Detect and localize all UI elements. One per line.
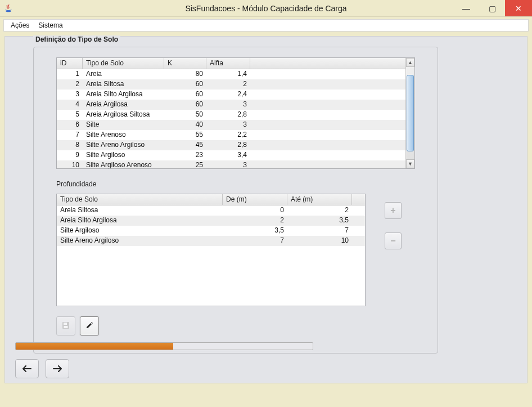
table-row[interactable]: 5 Areia Argilosa Siltosa 50 2,8 [57,110,405,120]
table-header: Tipo de Solo De (m) Até (m) [57,194,365,205]
minus-icon: − [390,236,395,246]
table-row[interactable]: Silte Areno Argiloso 7 10 [57,236,365,246]
cell-ate: 3,5 [287,216,352,226]
cell-k: 40 [164,120,206,130]
remove-row-button[interactable]: − [385,232,402,249]
cell-k: 60 [164,100,206,110]
title-left [3,3,18,14]
soil-types-table: iD Tipo de Solo K Alfta 1 Areia 80 1,4 2… [56,57,415,169]
window-controls: — ▢ ✕ [453,0,532,16]
col-ate[interactable]: Até (m) [287,194,352,205]
cell-alfa: 2,8 [206,110,250,120]
min-icon: — [462,4,470,13]
cell-tipo: Areia Siltosa [83,79,164,90]
scroll-thumb[interactable] [407,75,414,151]
col-tipo[interactable]: Tipo de Solo [57,194,223,205]
progress-bar [15,342,313,350]
progress-fill [16,343,173,350]
cell-tipo: Silte Areno Argiloso [83,140,164,150]
cell-id: 1 [57,69,83,79]
col-id[interactable]: iD [57,58,83,69]
col-alfa[interactable]: Alfta [206,58,250,69]
nav-buttons [15,359,69,378]
cell-tipo: Silte [83,120,164,130]
minimize-button[interactable]: — [453,0,479,16]
profundidade-label: Profundidade [56,180,415,188]
cell-k: 25 [164,160,206,168]
plus-icon: + [390,205,395,216]
profundidade-area: Tipo de Solo De (m) Até (m) Areia Siltos… [56,194,415,306]
cell-alfa: 3 [206,160,250,168]
table-row[interactable]: 9 Silte Argiloso 23 3,4 [57,150,405,160]
profundidade-table: Tipo de Solo De (m) Até (m) Areia Siltos… [56,194,366,306]
table-row[interactable]: 6 Silte 40 3 [57,120,405,130]
save-icon [61,321,70,332]
table-row[interactable]: 8 Silte Areno Argiloso 45 2,8 [57,140,405,150]
table-row[interactable]: 4 Areia Argilosa 60 3 [57,100,405,110]
table-row[interactable]: 2 Areia Siltosa 60 2 [57,79,405,90]
cell-id: 4 [57,100,83,110]
table-row[interactable]: 1 Areia 80 1,4 [57,69,405,79]
table-header: iD Tipo de Solo K Alfta [57,58,405,69]
cell-ate: 7 [287,226,352,236]
maximize-button[interactable]: ▢ [479,0,505,16]
cell-k: 45 [164,140,206,150]
table-row[interactable]: 3 Areia Silto Argilosa 60 2,4 [57,90,405,100]
cell-tipo: Areia Argilosa [83,100,164,110]
close-button[interactable]: ✕ [505,0,532,16]
svg-rect-1 [64,323,67,325]
cell-tipo: Areia Silto Argilosa [83,90,164,100]
table-row[interactable]: 7 Silte Arenoso 55 2,2 [57,130,405,140]
table-row[interactable]: Areia Siltosa 0 2 [57,205,365,216]
cell-alfa: 3,4 [206,150,250,160]
cell-tipo: Areia Argilosa Siltosa [83,110,164,120]
cell-id: 5 [57,110,83,120]
cell-tipo: Areia Siltosa [57,205,223,216]
save-button[interactable] [56,316,75,336]
cell-de: 3,5 [223,226,287,236]
cell-alfa: 2,4 [206,90,250,100]
cell-id: 9 [57,150,83,160]
scroll-up-icon[interactable]: ▲ [406,58,414,67]
cell-id: 2 [57,79,83,90]
scrollbar[interactable]: ▲ ▼ [405,58,414,168]
menu-acoes[interactable]: Ações [6,20,34,30]
cell-de: 2 [223,216,287,226]
cell-alfa: 3 [206,120,250,130]
cell-k: 50 [164,110,206,120]
panel: iD Tipo de Solo K Alfta 1 Areia 80 1,4 2… [33,47,438,354]
svg-rect-2 [64,326,68,328]
panel-toolbar [56,316,415,336]
group-title: Definição do Tipo de Solo [33,35,120,43]
cell-id: 6 [57,120,83,130]
table-row[interactable]: Silte Argiloso 3,5 7 [57,226,365,236]
cell-alfa: 1,4 [206,69,250,79]
scroll-down-icon[interactable]: ▼ [406,159,414,168]
col-tipo[interactable]: Tipo de Solo [83,58,164,69]
cell-id: 8 [57,140,83,150]
cell-tipo: Areia [83,69,164,79]
col-de[interactable]: De (m) [223,194,287,205]
content: Definição do Tipo de Solo iD Tipo de Sol… [4,36,528,383]
cell-ate: 2 [287,205,352,216]
cell-tipo: Silte Argiloso Arenoso [83,160,164,168]
table-rows: 1 Areia 80 1,4 2 Areia Siltosa 60 2 3 Ar… [57,69,405,168]
col-k[interactable]: K [164,58,206,69]
menu-sistema[interactable]: Sistema [34,20,67,30]
table-row[interactable]: 10 Silte Argiloso Arenoso 25 3 [57,160,405,168]
cell-de: 0 [223,205,287,216]
add-row-button[interactable]: + [385,202,402,219]
window-title: SisFundacoes - Módulo Capacidade de Carg… [185,4,346,13]
cell-tipo: Silte Argiloso [83,150,164,160]
cell-tipo: Silte Areno Argiloso [57,236,223,246]
max-icon: ▢ [489,4,496,13]
edit-icon [85,321,94,332]
prev-button[interactable] [15,359,39,378]
cell-ate: 10 [287,236,352,246]
table-row[interactable]: Areia Silto Argilosa 2 3,5 [57,216,365,226]
cell-alfa: 2 [206,79,250,90]
menu-bar: Ações Sistema [3,19,529,32]
edit-button[interactable] [80,316,99,336]
next-button[interactable] [46,359,69,378]
cell-alfa: 2,8 [206,140,250,150]
